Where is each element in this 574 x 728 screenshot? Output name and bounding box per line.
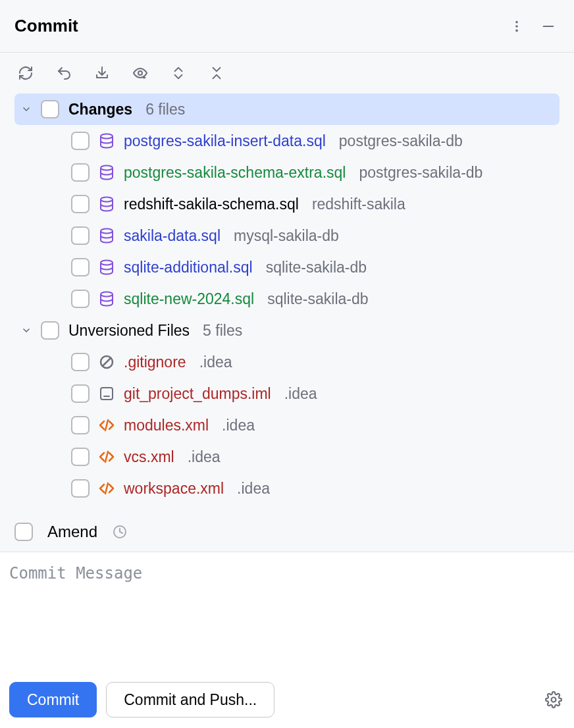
commit-options-button[interactable] [542, 689, 565, 711]
file-checkbox[interactable] [71, 258, 90, 276]
db-icon [99, 291, 115, 307]
changes-group-count: 6 files [145, 101, 185, 118]
xml-icon [99, 481, 115, 496]
changes-tree: Changes 6 files postgres-sakila-insert-d… [0, 93, 574, 512]
svg-point-7 [515, 29, 518, 32]
db-icon [99, 259, 115, 275]
file-name: sqlite-additional.sql [124, 259, 253, 276]
file-row[interactable]: modules.xml.idea [14, 409, 560, 441]
file-name: workspace.xml [124, 480, 224, 498]
file-row[interactable]: sqlite-new-2024.sqlsqlite-sakila-db [14, 283, 560, 315]
commit-message-wrap [0, 552, 574, 671]
expand-all-button[interactable] [167, 62, 190, 84]
file-name: vcs.xml [124, 448, 174, 466]
file-name: modules.xml [124, 417, 209, 434]
file-name: .gitignore [124, 353, 186, 371]
file-checkbox[interactable] [71, 290, 90, 308]
file-path: .idea [237, 480, 270, 498]
file-row[interactable]: redshift-sakila-schema.sqlredshift-sakil… [14, 188, 560, 220]
db-icon [99, 196, 115, 212]
file-row[interactable]: postgres-sakila-insert-data.sqlpostgres-… [14, 125, 560, 157]
file-row[interactable]: git_project_dumps.iml.idea [14, 378, 560, 409]
file-path: redshift-sakila [312, 195, 405, 213]
file-name: git_project_dumps.iml [124, 385, 271, 403]
file-name: postgres-sakila-insert-data.sql [124, 132, 326, 150]
changes-group-checkbox[interactable] [41, 100, 59, 118]
svg-point-11 [552, 698, 556, 702]
file-path: .idea [199, 353, 232, 371]
panel-header: Commit [0, 0, 574, 53]
unversioned-group-checkbox[interactable] [41, 321, 59, 340]
rollback-button[interactable] [53, 62, 75, 84]
file-checkbox[interactable] [71, 163, 90, 182]
amend-checkbox[interactable] [14, 523, 33, 541]
refresh-button[interactable] [14, 62, 37, 84]
file-path: sqlite-sakila-db [267, 290, 368, 308]
amend-label: Amend [47, 523, 97, 541]
commit-and-push-button[interactable]: Commit and Push... [106, 682, 274, 717]
db-icon [99, 165, 115, 180]
unversioned-group-header[interactable]: Unversioned Files 5 files [14, 315, 560, 346]
file-name: postgres-sakila-schema-extra.sql [124, 164, 346, 182]
file-row[interactable]: sakila-data.sqlmysql-sakila-db [14, 220, 560, 251]
shelve-button[interactable] [91, 62, 113, 84]
file-row[interactable]: workspace.xml.idea [14, 473, 560, 504]
commit-message-input[interactable] [0, 552, 574, 671]
svg-point-9 [138, 71, 142, 75]
unversioned-group-label: Unversioned Files [68, 322, 190, 340]
commit-toolbar [0, 53, 574, 93]
file-checkbox[interactable] [71, 448, 90, 466]
show-diff-button[interactable] [129, 62, 151, 84]
file-path: sqlite-sakila-db [266, 259, 367, 276]
file-path: .idea [188, 448, 221, 466]
chevron-down-icon [21, 325, 32, 336]
changes-group-label: Changes [68, 101, 132, 118]
more-actions-button[interactable] [506, 15, 528, 38]
file-path: postgres-sakila-db [359, 164, 483, 182]
file-checkbox[interactable] [71, 416, 90, 434]
file-checkbox[interactable] [71, 195, 90, 213]
changes-list: postgres-sakila-insert-data.sqlpostgres-… [14, 125, 560, 315]
collapse-all-button[interactable] [205, 62, 228, 84]
history-icon[interactable] [112, 524, 128, 540]
xml-icon [99, 449, 115, 465]
file-name: sqlite-new-2024.sql [124, 290, 254, 308]
svg-point-5 [515, 20, 518, 23]
file-checkbox[interactable] [71, 132, 90, 150]
file-path: mysql-sakila-db [234, 227, 339, 245]
unversioned-list: .gitignore.ideagit_project_dumps.iml.ide… [14, 346, 560, 504]
minimize-button[interactable] [537, 15, 560, 38]
file-name: sakila-data.sql [124, 227, 221, 245]
file-checkbox[interactable] [71, 479, 90, 498]
chevron-down-icon [21, 104, 32, 115]
file-row[interactable]: sqlite-additional.sqlsqlite-sakila-db [14, 251, 560, 283]
commit-button[interactable]: Commit [9, 682, 97, 717]
db-icon [99, 133, 115, 149]
commit-footer: Commit Commit and Push... [0, 671, 574, 728]
unversioned-group-count: 5 files [203, 322, 242, 340]
amend-row: Amend [0, 512, 574, 552]
file-path: .idea [222, 417, 255, 434]
svg-point-6 [515, 25, 518, 28]
xml-icon [99, 417, 115, 433]
file-checkbox[interactable] [71, 353, 90, 371]
file-row[interactable]: postgres-sakila-schema-extra.sqlpostgres… [14, 157, 560, 188]
iml-icon [99, 386, 115, 402]
panel-title: Commit [14, 16, 496, 36]
file-path: .idea [284, 385, 317, 403]
db-icon [99, 228, 115, 244]
file-path: postgres-sakila-db [339, 132, 463, 150]
file-row[interactable]: .gitignore.idea [14, 346, 560, 378]
file-checkbox[interactable] [71, 384, 90, 403]
file-row[interactable]: vcs.xml.idea [14, 441, 560, 473]
ignore-icon [99, 354, 115, 370]
file-name: redshift-sakila-schema.sql [124, 195, 299, 213]
file-checkbox[interactable] [71, 226, 90, 245]
changes-group-header[interactable]: Changes 6 files [14, 93, 560, 125]
